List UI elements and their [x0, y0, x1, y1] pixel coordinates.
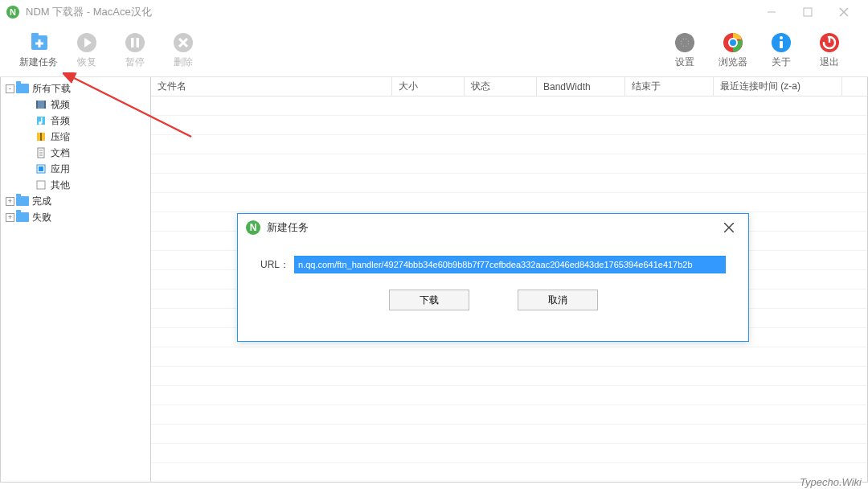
svg-point-21	[682, 39, 688, 46]
tree-item[interactable]: 其他	[2, 177, 149, 193]
expander-icon[interactable]: +	[6, 213, 14, 222]
tree-label: 应用	[51, 162, 70, 176]
delete-icon	[172, 31, 194, 54]
window-title: NDM 下载器 - MacAce汉化	[26, 5, 753, 19]
table-row	[151, 444, 867, 463]
tree-label: 文档	[51, 146, 70, 160]
toolbar: 新建任务恢复暂停删除 设置浏览器关于退出	[0, 24, 868, 76]
column-header[interactable]: 大小	[392, 77, 465, 96]
expander-icon[interactable]: -	[6, 84, 14, 93]
close-button[interactable]	[825, 0, 862, 24]
gear-icon	[674, 31, 696, 54]
plus-folder-icon	[27, 31, 50, 54]
table-row	[151, 347, 867, 367]
table-row	[151, 425, 867, 444]
about-button[interactable]: 关于	[757, 27, 805, 75]
pause-icon	[124, 31, 146, 54]
column-headers: 文件名大小状态BandWidth结束于最近连接时间 (z-a)	[151, 77, 867, 97]
svg-rect-44	[39, 166, 43, 171]
svg-rect-32	[36, 101, 38, 109]
tree-item[interactable]: 应用	[2, 161, 149, 177]
new-task-button[interactable]: 新建任务	[14, 27, 63, 75]
table-row	[151, 116, 867, 135]
power-icon	[818, 31, 841, 54]
info-icon	[770, 31, 792, 54]
svg-rect-36	[41, 117, 43, 123]
audio-icon	[35, 114, 47, 127]
app-icon	[35, 162, 47, 175]
svg-rect-38	[40, 133, 42, 141]
svg-point-9	[125, 33, 145, 52]
table-row	[151, 97, 867, 116]
tree-label: 音频	[51, 114, 70, 128]
browser-button[interactable]: 浏览器	[709, 27, 757, 75]
tree-label: 完成	[32, 195, 51, 208]
watermark: Typecho.Wiki	[800, 476, 862, 488]
table-row	[151, 367, 867, 386]
tree-item[interactable]: +失败	[2, 209, 149, 225]
url-input[interactable]	[294, 256, 726, 273]
download-button[interactable]: 下载	[389, 290, 469, 310]
pause-button[interactable]: 暂停	[111, 27, 159, 75]
resume-button[interactable]: 恢复	[63, 27, 111, 75]
url-label: URL：	[260, 258, 289, 272]
table-row	[151, 135, 867, 154]
doc-icon	[35, 146, 47, 159]
new-task-dialog: N 新建任务 URL： 下载 取消	[237, 213, 749, 342]
sidebar: -所有下载视频音频压缩文档应用其他+完成+失败	[0, 77, 151, 483]
folder-icon	[16, 195, 29, 207]
tree-item[interactable]: 文档	[2, 145, 149, 161]
expander-icon[interactable]: +	[6, 197, 14, 206]
svg-point-26	[780, 36, 783, 39]
dialog-close-button[interactable]	[718, 216, 740, 239]
tree-item[interactable]: +完成	[2, 193, 149, 209]
dialog-title: 新建任务	[267, 220, 309, 235]
chrome-icon	[722, 31, 744, 54]
svg-rect-27	[780, 41, 783, 48]
maximize-button[interactable]	[789, 0, 825, 24]
table-row	[151, 193, 867, 212]
delete-button[interactable]: 删除	[159, 27, 207, 75]
svg-rect-33	[44, 101, 46, 109]
table-row	[151, 154, 867, 174]
folder-icon	[16, 82, 29, 95]
column-header[interactable]: 最近连接时间 (z-a)	[714, 77, 842, 96]
tree-item[interactable]: 视频	[2, 97, 149, 113]
cancel-button[interactable]: 取消	[518, 290, 598, 310]
app-icon: N	[6, 6, 19, 18]
titlebar: N NDM 下载器 - MacAce汉化	[0, 0, 868, 24]
svg-rect-10	[131, 38, 134, 47]
tree-label: 视频	[51, 98, 70, 112]
svg-rect-5	[31, 33, 39, 37]
column-header[interactable]: 结束于	[625, 77, 714, 96]
exit-button[interactable]: 退出	[805, 27, 854, 75]
dialog-titlebar: N 新建任务	[238, 214, 748, 241]
table-row	[151, 405, 867, 425]
folder-icon	[16, 211, 29, 224]
video-icon	[35, 98, 47, 111]
tree-item[interactable]: 压缩	[2, 129, 149, 145]
tree-item[interactable]: 音频	[2, 113, 149, 129]
tree-item[interactable]: -所有下载	[2, 80, 149, 97]
column-header[interactable]: 状态	[465, 77, 537, 96]
settings-button[interactable]: 设置	[661, 27, 709, 75]
column-header[interactable]: 文件名	[151, 77, 392, 96]
svg-point-24	[730, 39, 736, 46]
tree-label: 压缩	[51, 130, 70, 144]
svg-rect-45	[37, 181, 45, 189]
tree-label: 所有下载	[32, 82, 71, 96]
close-icon	[724, 223, 734, 232]
svg-rect-11	[137, 38, 140, 47]
tree-label: 其他	[51, 179, 70, 192]
play-icon	[76, 31, 98, 54]
archive-icon	[35, 130, 47, 143]
other-icon	[35, 179, 47, 191]
column-header[interactable]: BandWidth	[537, 77, 625, 96]
dialog-app-icon: N	[246, 220, 260, 235]
svg-rect-1	[804, 8, 812, 16]
table-row	[151, 174, 867, 193]
minimize-button[interactable]	[753, 0, 789, 24]
tree-label: 失败	[32, 211, 51, 224]
table-row	[151, 386, 867, 405]
